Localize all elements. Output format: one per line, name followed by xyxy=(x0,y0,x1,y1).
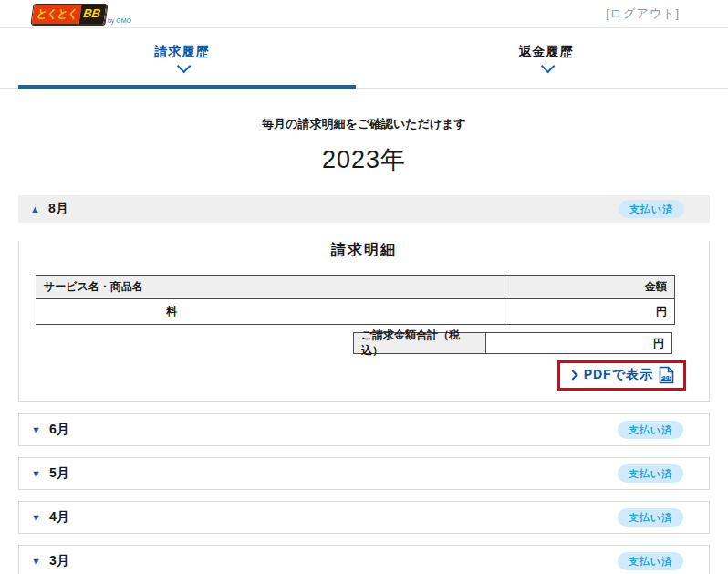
logo-byline: by GMO xyxy=(108,17,131,25)
service-name-cell: 料 xyxy=(36,299,504,325)
logout-link[interactable]: [ログアウト] xyxy=(606,5,680,22)
triangle-down-icon: ▼ xyxy=(31,425,41,435)
tab-refund-history[interactable]: 返金履歴 xyxy=(364,28,728,88)
site-header: とくとく BB by GMO [ログアウト] xyxy=(0,0,728,28)
pdf-file-icon: PDF xyxy=(659,366,674,384)
month-row-august[interactable]: ▲ 8月 支払い済 xyxy=(18,195,710,223)
tokutoku-bb-logo[interactable]: とくとく BB by GMO xyxy=(32,4,131,25)
pdf-view-link-label: PDFで表示 xyxy=(584,367,653,383)
year-title: 2023年 xyxy=(0,143,728,176)
logo-kana-text: とくとく xyxy=(32,5,82,24)
pdf-view-link[interactable]: PDFで表示 PDF xyxy=(569,366,674,384)
month-row-april[interactable]: ▼ 4月 支払い済 xyxy=(18,501,710,534)
intro-text: 毎月の請求明細をご確認いただけます xyxy=(0,116,728,132)
billing-detail-table: サービス名・商品名 金額 料 円 xyxy=(36,275,675,325)
amount-cell: 円 xyxy=(504,299,675,325)
total-row: ご請求金額合計（税込） 円 xyxy=(19,332,672,354)
status-badge: 支払い済 xyxy=(618,508,683,527)
annotation-highlight-box: PDFで表示 PDF xyxy=(557,360,686,391)
month-row-may[interactable]: ▼ 5月 支払い済 xyxy=(18,457,710,490)
pdf-row: PDFで表示 PDF xyxy=(19,360,686,391)
status-badge: 支払い済 xyxy=(619,200,684,218)
status-badge: 支払い済 xyxy=(618,421,683,439)
tab-refund-history-label: 返金履歴 xyxy=(519,44,574,60)
tab-billing-history-label: 請求履歴 xyxy=(155,44,210,60)
month-panel-august: ▲ 8月 支払い済 請求明細 サービス名・商品名 金額 料 円 xyxy=(18,195,710,402)
status-badge: 支払い済 xyxy=(618,552,683,570)
triangle-down-icon: ▼ xyxy=(31,513,41,523)
triangle-up-icon: ▲ xyxy=(30,204,40,214)
month-label: 5月 xyxy=(49,465,69,482)
total-label: ご請求金額合計（税込） xyxy=(353,332,486,354)
total-value: 円 xyxy=(486,332,672,354)
column-header-service: サービス名・商品名 xyxy=(36,276,504,299)
logo-bb-text: BB xyxy=(79,5,107,24)
chevron-down-icon xyxy=(541,59,556,74)
tab-billing-history[interactable]: 請求履歴 xyxy=(0,28,364,88)
month-label: 6月 xyxy=(49,422,69,438)
chevron-down-icon xyxy=(177,59,192,74)
month-label: 3月 xyxy=(49,553,69,569)
triangle-down-icon: ▼ xyxy=(31,557,41,567)
detail-title: 請求明細 xyxy=(19,241,709,260)
chevron-right-icon xyxy=(567,370,577,380)
month-label: 8月 xyxy=(48,201,68,217)
triangle-down-icon: ▼ xyxy=(31,469,41,479)
month-panel-body: 請求明細 サービス名・商品名 金額 料 円 ご請求金額合計（税込 xyxy=(18,241,710,402)
svg-text:PDF: PDF xyxy=(661,376,672,381)
column-header-amount: 金額 xyxy=(504,276,675,299)
table-row: 料 円 xyxy=(36,299,675,325)
tab-bar: 請求履歴 返金履歴 xyxy=(0,28,728,89)
status-badge: 支払い済 xyxy=(618,464,683,483)
month-label: 4月 xyxy=(49,509,69,526)
logo-mark: とくとく BB xyxy=(30,4,107,25)
active-tab-underline xyxy=(18,85,356,89)
billing-history-page: とくとく BB by GMO [ログアウト] 請求履歴 返金履歴 毎月の請求明細… xyxy=(0,0,728,574)
month-row-march[interactable]: ▼ 3月 支払い済 xyxy=(18,545,710,574)
table-header-row: サービス名・商品名 金額 xyxy=(36,276,675,299)
month-row-june[interactable]: ▼ 6月 支払い済 xyxy=(18,413,710,446)
